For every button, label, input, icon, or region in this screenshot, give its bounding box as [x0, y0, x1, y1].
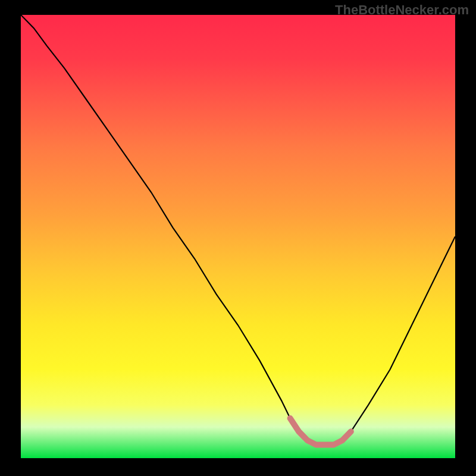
highlight-segment — [290, 418, 351, 445]
watermark-text: TheBottleNecker.com — [335, 2, 469, 18]
chart-plot-area — [21, 15, 455, 458]
chart-svg — [21, 15, 455, 458]
bottleneck-curve — [21, 15, 455, 445]
